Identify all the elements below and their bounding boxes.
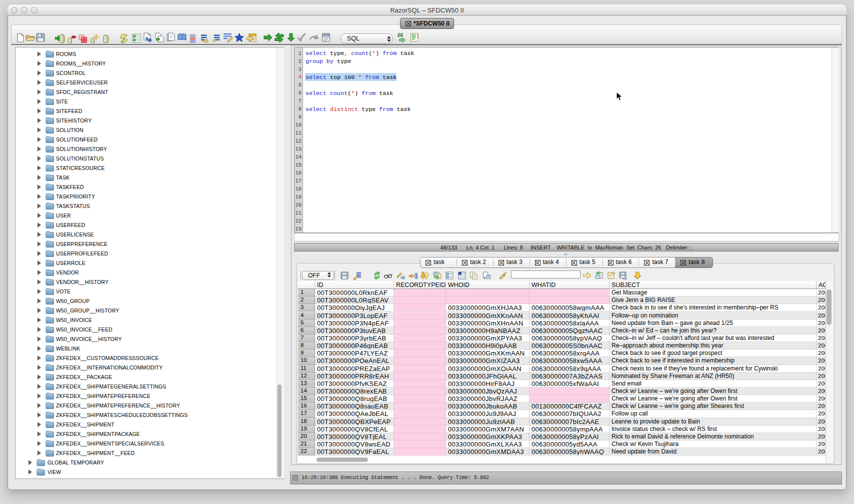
svg-text:66: 66 [398,32,404,38]
